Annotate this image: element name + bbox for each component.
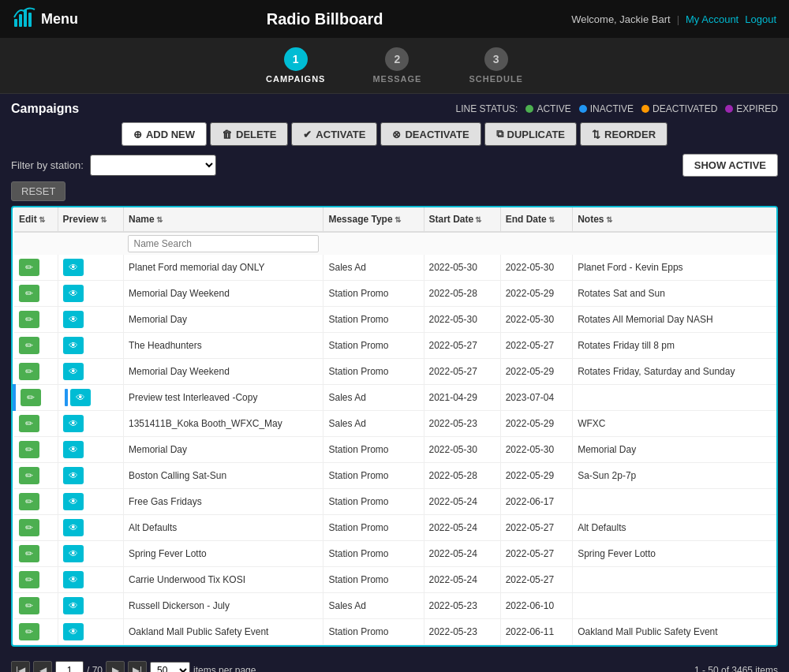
preview-button[interactable]: 👁 (63, 545, 84, 562)
preview-button[interactable]: 👁 (63, 259, 84, 276)
table-row: ✏ 👁 1351411B_Koka Booth_WFXC_May Sales A… (14, 411, 776, 437)
preview-button[interactable]: 👁 (63, 597, 84, 614)
logout-link[interactable]: Logout (745, 13, 776, 25)
campaigns-table-container: Edit⇅ Preview⇅ Name⇅ Message Type⇅ Start… (11, 206, 778, 647)
start-date-cell: 2022-05-30 (424, 255, 500, 281)
preview-button[interactable]: 👁 (63, 493, 84, 510)
preview-button[interactable]: 👁 (70, 389, 91, 406)
edit-button[interactable]: ✏ (19, 623, 39, 640)
preview-button[interactable]: 👁 (63, 285, 84, 302)
prev-page-button[interactable]: ◀ (33, 661, 52, 672)
edit-cell: ✏ (14, 489, 58, 515)
logo-text: Menu (41, 11, 78, 28)
edit-button[interactable]: ✏ (19, 259, 39, 276)
my-account-link[interactable]: My Account (686, 13, 739, 25)
start-date-cell: 2022-05-24 (424, 515, 500, 541)
reorder-button[interactable]: ⇅ REORDER (580, 122, 667, 146)
edit-cell: ✏ (14, 567, 58, 593)
next-page-button[interactable]: ▶ (106, 661, 125, 672)
col-name[interactable]: Name⇅ (123, 207, 323, 232)
first-page-button[interactable]: |◀ (11, 661, 30, 672)
station-filter-select[interactable] (90, 155, 216, 176)
preview-button[interactable]: 👁 (63, 519, 84, 536)
edit-button[interactable]: ✏ (19, 545, 39, 562)
activate-button[interactable]: ✔ ACTIVATE (291, 122, 377, 146)
preview-button[interactable]: 👁 (63, 467, 84, 484)
end-date-cell: 2022-05-30 (500, 255, 573, 281)
preview-button[interactable]: 👁 (63, 623, 84, 640)
notes-cell: Rotates Friday, Saturday and Sunday (573, 359, 776, 385)
edit-cell: ✏ (14, 411, 58, 437)
end-date-cell: 2022-05-29 (500, 281, 573, 307)
delete-button[interactable]: 🗑 DELETE (210, 122, 288, 146)
show-active-button[interactable]: SHOW ACTIVE (682, 154, 778, 177)
message-type-cell: Station Promo (323, 307, 424, 333)
preview-button[interactable]: 👁 (63, 363, 84, 380)
edit-cell: ✏ (14, 359, 58, 385)
copy-icon: ⧉ (496, 128, 503, 140)
name-cell: Carrie Underwood Tix KOSI (123, 567, 323, 593)
name-search-row (14, 232, 776, 255)
col-end-date[interactable]: End Date⇅ (500, 207, 573, 232)
pagination-range: 1 - 50 of 3465 items (694, 665, 778, 672)
col-start-date[interactable]: Start Date⇅ (424, 207, 500, 232)
plus-icon: ⊕ (133, 129, 142, 140)
notes-cell (573, 385, 776, 411)
edit-button[interactable]: ✏ (19, 467, 39, 484)
start-date-cell: 2022-05-27 (424, 333, 500, 359)
items-per-page-select[interactable]: 50 10 25 100 (150, 662, 190, 672)
edit-button[interactable]: ✏ (19, 415, 39, 432)
wizard-step-message[interactable]: 2 MESSAGE (372, 47, 421, 84)
page-number-input[interactable] (55, 661, 84, 672)
wizard-step-schedule[interactable]: 3 SCHEDULE (469, 47, 523, 84)
reset-button[interactable]: RESET (11, 181, 65, 201)
preview-cell: 👁 (58, 255, 123, 281)
add-new-button[interactable]: ⊕ ADD NEW (122, 122, 207, 146)
wizard-step-campaigns[interactable]: 1 CAMPAIGNS (266, 47, 325, 84)
col-preview[interactable]: Preview⇅ (58, 207, 123, 232)
name-cell: Memorial Day Weekend (123, 281, 323, 307)
check-icon: ✔ (303, 129, 312, 140)
edit-button[interactable]: ✏ (19, 493, 39, 510)
col-message-type[interactable]: Message Type⇅ (323, 207, 424, 232)
preview-button[interactable]: 👁 (63, 415, 84, 432)
name-cell: Memorial Day (123, 307, 323, 333)
app-header: Menu Radio Billboard Welcome, Jackie Bar… (0, 0, 789, 38)
message-type-cell: Sales Ad (323, 593, 424, 619)
preview-button[interactable]: 👁 (63, 441, 84, 458)
edit-button[interactable]: ✏ (19, 571, 39, 588)
preview-button[interactable]: 👁 (63, 337, 84, 354)
col-edit[interactable]: Edit⇅ (14, 207, 58, 232)
status-inactive-label: INACTIVE (590, 103, 634, 114)
page-of-label: / 70 (87, 665, 103, 672)
message-type-cell: Station Promo (323, 541, 424, 567)
preview-cell: 👁 (58, 359, 123, 385)
edit-button[interactable]: ✏ (19, 337, 39, 354)
edit-button[interactable]: ✏ (21, 389, 41, 406)
edit-button[interactable]: ✏ (19, 363, 39, 380)
edit-button[interactable]: ✏ (19, 597, 39, 614)
col-notes[interactable]: Notes⇅ (573, 207, 776, 232)
message-type-cell: Station Promo (323, 437, 424, 463)
logo[interactable]: Menu (13, 5, 78, 33)
table-row: ✏ 👁 Memorial Day Weekend Station Promo 2… (14, 359, 776, 385)
message-type-cell: Sales Ad (323, 385, 424, 411)
name-search-input[interactable] (128, 235, 318, 252)
end-date-cell: 2022-05-29 (500, 411, 573, 437)
last-page-button[interactable]: ▶| (128, 661, 147, 672)
deactivate-button[interactable]: ⊗ DEACTIVATE (380, 122, 481, 146)
message-type-cell: Station Promo (323, 359, 424, 385)
name-cell: Spring Fever Lotto (123, 541, 323, 567)
edit-button[interactable]: ✏ (19, 441, 39, 458)
name-search-edit-spacer (14, 232, 58, 255)
preview-button[interactable]: 👁 (63, 571, 84, 588)
edit-button[interactable]: ✏ (19, 285, 39, 302)
preview-cell: 👁 (58, 385, 123, 411)
preview-button[interactable]: 👁 (63, 311, 84, 328)
edit-button[interactable]: ✏ (19, 311, 39, 328)
start-date-cell: 2021-04-29 (424, 385, 500, 411)
notes-cell (573, 567, 776, 593)
status-expired: EXPIRED (725, 103, 778, 114)
edit-button[interactable]: ✏ (19, 519, 39, 536)
duplicate-button[interactable]: ⧉ DUPLICATE (484, 122, 577, 146)
